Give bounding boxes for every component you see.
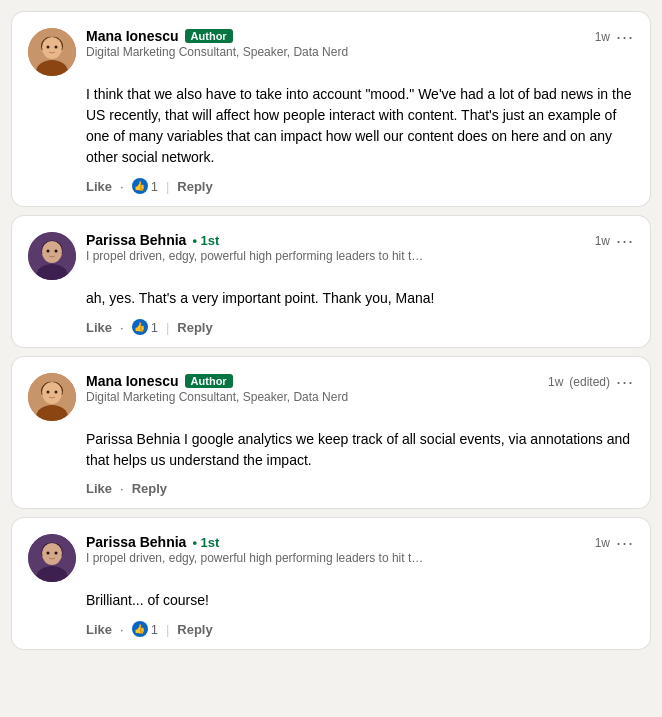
comment-actions: Like · 👍 1 | Reply [28, 621, 634, 637]
like-button[interactable]: Like [86, 179, 112, 194]
comment-card: Mana Ionescu Author Digital Marketing Co… [12, 357, 650, 508]
name-row: Parissa Behnia • 1st [86, 232, 585, 248]
reply-button[interactable]: Reply [177, 622, 212, 637]
author-badge: Author [185, 29, 233, 43]
name-row: Mana Ionescu Author [86, 373, 538, 389]
comments-container: Mana Ionescu Author Digital Marketing Co… [12, 12, 650, 649]
dot-separator: · [120, 179, 124, 194]
comment-header: Mana Ionescu Author Digital Marketing Co… [28, 373, 634, 421]
name-row: Parissa Behnia • 1st [86, 534, 585, 550]
author-subtitle: I propel driven, edgy, powerful high per… [86, 249, 466, 263]
reaction-count: 👍 1 [132, 621, 158, 637]
svg-point-23 [55, 552, 58, 555]
author-subtitle: I propel driven, edgy, powerful high per… [86, 551, 466, 565]
thumbs-up-icon: 👍 [132, 319, 148, 335]
author-subtitle: Digital Marketing Consultant, Speaker, D… [86, 45, 466, 59]
avatar [28, 534, 76, 582]
author-name: Mana Ionescu [86, 373, 179, 389]
svg-point-4 [47, 46, 50, 49]
more-options-button[interactable]: ··· [616, 373, 634, 391]
dot-separator: · [120, 622, 124, 637]
header-info: Parissa Behnia • 1st I propel driven, ed… [86, 232, 585, 263]
author-name: Parissa Behnia [86, 534, 186, 550]
author-name: Mana Ionescu [86, 28, 179, 44]
header-info: Mana Ionescu Author Digital Marketing Co… [86, 373, 538, 404]
dot-separator: · [120, 320, 124, 335]
author-badge: Author [185, 374, 233, 388]
header-info: Parissa Behnia • 1st I propel driven, ed… [86, 534, 585, 565]
timestamp: 1w [595, 234, 610, 248]
header-right: 1w ··· [595, 28, 634, 46]
timestamp: 1w [548, 375, 563, 389]
author-subtitle: Digital Marketing Consultant, Speaker, D… [86, 390, 466, 404]
svg-point-5 [55, 46, 58, 49]
avatar [28, 232, 76, 280]
thumbs-up-icon: 👍 [132, 178, 148, 194]
header-right: 1w ··· [595, 232, 634, 250]
comment-body: Brilliant... of course! [28, 590, 634, 611]
comment-actions: Like · 👍 1 | Reply [28, 319, 634, 335]
reaction-count: 👍 1 [132, 178, 158, 194]
more-options-button[interactable]: ··· [616, 534, 634, 552]
dot-separator: · [120, 481, 124, 496]
header-right: 1w (edited) ··· [548, 373, 634, 391]
name-row: Mana Ionescu Author [86, 28, 585, 44]
comment-body: I think that we also have to take into a… [28, 84, 634, 168]
comment-body: Parissa Behnia I google analytics we kee… [28, 429, 634, 471]
svg-point-21 [42, 543, 62, 563]
svg-point-11 [55, 250, 58, 253]
comment-actions: Like · 👍 1 | Reply [28, 178, 634, 194]
author-name: Parissa Behnia [86, 232, 186, 248]
reply-button[interactable]: Reply [132, 481, 167, 496]
header-info: Mana Ionescu Author Digital Marketing Co… [86, 28, 585, 59]
avatar [28, 28, 76, 76]
svg-point-17 [55, 391, 58, 394]
comment-header: Mana Ionescu Author Digital Marketing Co… [28, 28, 634, 76]
edited-label: (edited) [569, 375, 610, 389]
like-button[interactable]: Like [86, 320, 112, 335]
avatar [28, 373, 76, 421]
reply-button[interactable]: Reply [177, 179, 212, 194]
like-button[interactable]: Like [86, 622, 112, 637]
connection-badge: • 1st [192, 233, 219, 248]
header-right: 1w ··· [595, 534, 634, 552]
action-separator: | [166, 179, 169, 194]
svg-point-3 [42, 37, 62, 57]
action-separator: | [166, 622, 169, 637]
timestamp: 1w [595, 30, 610, 44]
svg-point-9 [42, 241, 62, 261]
comment-card: Parissa Behnia • 1st I propel driven, ed… [12, 216, 650, 347]
comment-card: Parissa Behnia • 1st I propel driven, ed… [12, 518, 650, 649]
comment-header: Parissa Behnia • 1st I propel driven, ed… [28, 232, 634, 280]
like-button[interactable]: Like [86, 481, 112, 496]
more-options-button[interactable]: ··· [616, 28, 634, 46]
connection-badge: • 1st [192, 535, 219, 550]
comment-header: Parissa Behnia • 1st I propel driven, ed… [28, 534, 634, 582]
more-options-button[interactable]: ··· [616, 232, 634, 250]
svg-point-16 [47, 391, 50, 394]
svg-point-10 [47, 250, 50, 253]
reaction-count: 👍 1 [132, 319, 158, 335]
comment-body: ah, yes. That's a very important point. … [28, 288, 634, 309]
thumbs-up-icon: 👍 [132, 621, 148, 637]
timestamp: 1w [595, 536, 610, 550]
comment-card: Mana Ionescu Author Digital Marketing Co… [12, 12, 650, 206]
action-separator: | [166, 320, 169, 335]
svg-point-22 [47, 552, 50, 555]
comment-actions: Like · Reply [28, 481, 634, 496]
svg-point-15 [42, 382, 62, 402]
reply-button[interactable]: Reply [177, 320, 212, 335]
